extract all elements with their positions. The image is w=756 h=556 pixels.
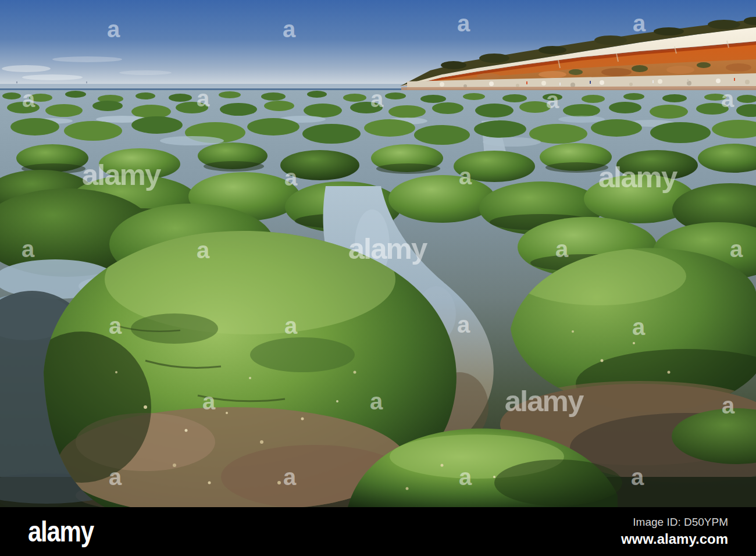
alamy-url-text: www.alamy.com: [621, 530, 728, 548]
alamy-logo: alamy: [28, 517, 94, 546]
beach-scene-graphic: [0, 0, 756, 507]
photo-area: alamyalamyalamyalamyaaaaaaaaaaaaaaaaaaaa…: [0, 0, 756, 507]
alamy-stock-photo-preview: alamyalamyalamyalamyaaaaaaaaaaaaaaaaaaaa…: [0, 0, 756, 556]
footer-info: Image ID: D50YPM www.alamy.com: [621, 515, 728, 548]
image-id-text: Image ID: D50YPM: [621, 515, 728, 530]
alamy-watermark-bar: alamy Image ID: D50YPM www.alamy.com: [0, 507, 756, 556]
